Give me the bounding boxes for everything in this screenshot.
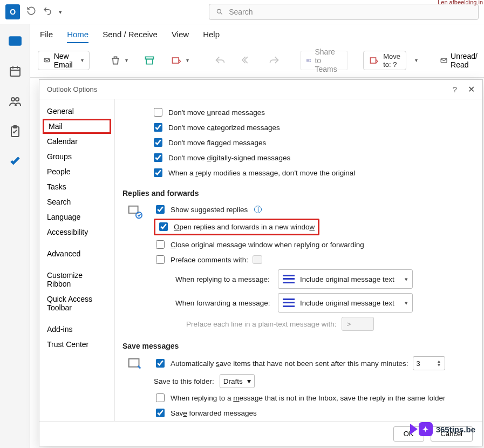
title-bar: O ▾ Search — [0, 0, 484, 24]
mail-rail-icon[interactable] — [8, 34, 22, 48]
outlook-logo-icon: O — [5, 4, 20, 19]
chevron-down-icon: ▾ — [81, 57, 84, 63]
new-email-button[interactable]: New Email ▾ — [38, 51, 90, 70]
sidebar-item-mail[interactable]: Mail — [43, 119, 111, 134]
svg-rect-23 — [129, 206, 138, 213]
when-replying-value: Include original message text — [300, 275, 394, 283]
svg-rect-3 — [10, 67, 20, 76]
save-messages-heading: Save messages — [122, 342, 471, 350]
refresh-icon[interactable] — [26, 6, 36, 18]
when-replying-select[interactable]: Include original message text▾ — [278, 269, 413, 289]
preface-comments-label: Preface comments with: — [171, 256, 248, 264]
dont-move-flagged-checkbox[interactable] — [154, 138, 162, 147]
share-teams-label: Share to Teams — [315, 47, 342, 73]
share-to-teams-button[interactable]: Share to Teams — [300, 51, 348, 70]
todo-rail-icon[interactable] — [8, 155, 22, 169]
dialog-sidebar: General Mail Calendar Groups People Task… — [39, 99, 115, 421]
undo-icon[interactable] — [43, 6, 52, 18]
autosave-checkbox[interactable] — [156, 359, 165, 368]
dont-move-unread-checkbox[interactable] — [154, 108, 162, 117]
svg-point-7 — [11, 98, 15, 101]
people-rail-icon[interactable] — [8, 94, 22, 108]
svg-point-0 — [217, 9, 221, 13]
autosave-label: Automatically save items that have not b… — [171, 359, 408, 368]
open-new-window-checkbox[interactable] — [159, 222, 168, 231]
delete-button[interactable]: ▾ — [105, 51, 133, 70]
new-email-label: New Email — [54, 52, 77, 69]
brand-text: 365tips.be — [436, 425, 475, 434]
svg-rect-25 — [129, 359, 139, 367]
when-replying-label: When replying to a message: — [175, 275, 272, 283]
replies-section-icon — [127, 204, 143, 220]
dont-move-categorized-checkbox[interactable] — [154, 123, 162, 132]
svg-line-1 — [221, 13, 222, 15]
reply-all-button[interactable] — [236, 51, 258, 70]
reply-not-inbox-checkbox[interactable] — [156, 393, 165, 402]
dialog-content[interactable]: Don't move unread messages Don't move ca… — [115, 99, 482, 421]
preface-line-input — [342, 317, 374, 331]
save-forwarded-checkbox[interactable] — [156, 409, 165, 417]
move-to-more-button[interactable]: ▾ — [412, 51, 420, 70]
autosave-minutes-spinner[interactable]: 3▲▼ — [413, 356, 445, 370]
tab-help[interactable]: Help — [203, 30, 220, 43]
open-new-window-label: Open replies and forwards in a new windo… — [174, 223, 315, 231]
info-icon[interactable]: i — [254, 206, 262, 213]
move-to-label: Move to: ? — [383, 52, 400, 69]
when-forwarding-select[interactable]: Include original message text▾ — [278, 293, 413, 313]
tab-view[interactable]: View — [172, 30, 189, 43]
dialog-title: Outlook Options — [47, 85, 97, 93]
brand-watermark: ✦365tips.be — [410, 422, 475, 436]
autosave-minutes-value: 3 — [417, 359, 420, 368]
svg-point-24 — [136, 212, 142, 218]
dialog-titlebar: Outlook Options ? ✕ — [39, 80, 482, 99]
preface-line-label: Preface each line in a plain-text messag… — [186, 320, 336, 328]
sidebar-item-addins[interactable]: Add-ins — [39, 322, 114, 337]
save-folder-label: Save to this folder: — [154, 377, 214, 385]
sidebar-item-language[interactable]: Language — [39, 209, 114, 225]
move-button[interactable]: ▾ — [166, 51, 194, 70]
move-to-dropdown[interactable]: Move to: ? — [363, 51, 406, 70]
qat-more-icon[interactable]: ▾ — [59, 9, 62, 16]
forward-button[interactable] — [263, 51, 285, 70]
sidebar-item-calendar[interactable]: Calendar — [39, 134, 114, 149]
tasks-rail-icon[interactable] — [8, 125, 22, 139]
dont-move-digitally-label: Don't move digitally-signed messages — [168, 154, 290, 162]
save-folder-select[interactable]: Drafts▾ — [220, 374, 255, 388]
search-placeholder: Search — [229, 8, 253, 16]
svg-rect-14 — [173, 58, 179, 63]
sidebar-item-accessibility[interactable]: Accessibility — [39, 225, 114, 240]
sidebar-item-people[interactable]: People — [39, 164, 114, 179]
sidebar-item-trust-center[interactable]: Trust Center — [39, 337, 114, 352]
when-forwarding-value: Include original message text — [300, 299, 394, 307]
svg-rect-15 — [306, 59, 309, 62]
close-original-checkbox[interactable] — [156, 240, 165, 249]
sidebar-item-groups[interactable]: Groups — [39, 149, 114, 164]
reply-not-inbox-label: When replying to a message that is not i… — [171, 394, 446, 402]
sidebar-item-advanced[interactable]: Advanced — [39, 246, 114, 261]
reply-button[interactable] — [209, 51, 231, 70]
suggested-replies-checkbox[interactable] — [156, 205, 165, 214]
preface-comments-checkbox[interactable] — [156, 255, 165, 264]
unread-read-label: Unread/ Read — [451, 52, 481, 69]
svg-rect-11 — [44, 58, 49, 62]
sidebar-item-search[interactable]: Search — [39, 194, 114, 209]
reply-modifies-label: When a reply modifies a message, don't m… — [168, 169, 355, 177]
search-input[interactable]: Search — [209, 4, 479, 20]
sidebar-item-tasks[interactable]: Tasks — [39, 179, 114, 194]
help-icon[interactable]: ? — [453, 85, 457, 94]
sidebar-item-customize-ribbon[interactable]: Customize Ribbon — [39, 268, 114, 291]
dont-move-digitally-checkbox[interactable] — [154, 153, 162, 162]
calendar-rail-icon[interactable] — [8, 64, 22, 78]
reply-modifies-checkbox[interactable] — [154, 168, 162, 177]
svg-rect-13 — [146, 59, 153, 64]
close-icon[interactable]: ✕ — [468, 84, 475, 94]
tab-file[interactable]: File — [40, 30, 53, 43]
save-section-icon — [127, 357, 143, 373]
save-forwarded-label: Save forwarded messages — [171, 409, 257, 417]
tab-send-receive[interactable]: Send / Receive — [103, 30, 158, 43]
sidebar-item-general[interactable]: General — [39, 104, 114, 119]
archive-button[interactable] — [139, 51, 160, 70]
unread-read-button[interactable]: Unread/ Read — [435, 51, 484, 70]
tab-home[interactable]: Home — [67, 30, 88, 43]
sidebar-item-qat[interactable]: Quick Access Toolbar — [39, 291, 114, 315]
